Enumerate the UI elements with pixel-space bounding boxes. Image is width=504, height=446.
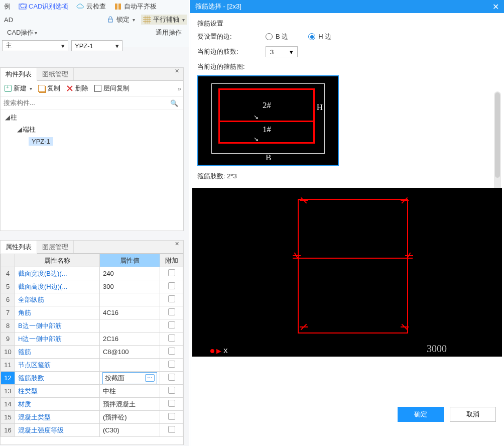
combo-member[interactable]: YPZ-1▾: [71, 40, 122, 51]
more-icon[interactable]: ⋯: [145, 374, 155, 382]
table-row[interactable]: 12箍筋肢数按截面⋯: [1, 372, 183, 385]
checkbox[interactable]: [168, 334, 175, 342]
prop-extra[interactable]: [160, 306, 183, 319]
table-row[interactable]: 13柱类型中柱: [1, 385, 183, 398]
prop-extra[interactable]: [160, 398, 183, 411]
prop-extra[interactable]: [160, 385, 183, 398]
checkbox[interactable]: [168, 269, 175, 276]
checkbox[interactable]: [168, 400, 175, 407]
radio-h-label: H 边: [318, 32, 331, 41]
btn-new[interactable]: 新建: [3, 83, 34, 94]
checkbox[interactable]: [168, 295, 175, 302]
prop-value[interactable]: C8@100: [99, 346, 160, 359]
search-icon[interactable]: 🔍: [170, 99, 178, 107]
search-input[interactable]: [3, 98, 181, 107]
prop-value[interactable]: 4C16: [99, 306, 160, 319]
prop-value[interactable]: 按截面⋯: [99, 372, 160, 385]
tree-root-column[interactable]: ◢柱: [5, 112, 179, 124]
row-number: 14: [1, 398, 15, 411]
close-icon[interactable]: ✕: [492, 2, 499, 12]
collapse-icon: ◢: [17, 126, 23, 133]
prop-extra[interactable]: [160, 280, 183, 293]
tab-props[interactable]: 属性列表: [1, 241, 37, 254]
table-row[interactable]: 11节点区箍筋: [1, 359, 183, 372]
checkbox[interactable]: [168, 348, 175, 355]
prop-extra[interactable]: [160, 411, 183, 424]
prop-value[interactable]: [99, 319, 160, 332]
checkbox[interactable]: [168, 387, 175, 394]
prop-name: 全部纵筋: [15, 293, 100, 306]
table-row[interactable]: 16混凝土强度等级(C30): [1, 424, 183, 437]
prop-value[interactable]: 2C16: [99, 332, 160, 346]
checkbox[interactable]: [168, 321, 175, 328]
toolbar-overflow-icon[interactable]: »: [178, 85, 181, 92]
table-row[interactable]: 7角筋4C16: [1, 306, 183, 319]
tab-drawing-mgmt[interactable]: 图纸管理: [37, 68, 74, 80]
ribbon-example[interactable]: 例: [2, 2, 13, 12]
panel-close-icon[interactable]: ✕: [175, 68, 179, 74]
table-row[interactable]: 5截面高度(H边)(...300: [1, 280, 183, 293]
prop-value[interactable]: 240: [99, 267, 160, 280]
ribbon-ad[interactable]: AD: [2, 16, 14, 24]
tree-leaf-ypz1[interactable]: YPZ-1: [29, 136, 179, 147]
table-row[interactable]: 10箍筋C8@100: [1, 346, 183, 359]
scroll-thumb[interactable]: [495, 92, 500, 178]
ribbon-lock[interactable]: 锁定: [104, 15, 137, 25]
btn-copy[interactable]: 复制: [36, 83, 62, 94]
cancel-button[interactable]: 取消: [450, 407, 496, 422]
btn-interlayer-copy[interactable]: 层间复制: [92, 83, 132, 94]
table-row[interactable]: 6全部纵筋: [1, 293, 183, 306]
axis-x-label: X: [223, 347, 228, 355]
prop-extra[interactable]: [160, 293, 183, 306]
table-row[interactable]: 9H边一侧中部筋2C16: [1, 332, 183, 346]
prop-value[interactable]: [99, 293, 160, 306]
panel-close-icon[interactable]: ✕: [175, 241, 179, 247]
col-extra[interactable]: 附加: [160, 254, 183, 267]
prop-extra[interactable]: [160, 332, 183, 346]
prop-extra[interactable]: [160, 372, 183, 385]
col-value[interactable]: 属性值: [99, 254, 160, 267]
prop-value[interactable]: 300: [99, 280, 160, 293]
ribbon-cad-options[interactable]: CAD CAD识别选项: [17, 2, 70, 12]
radio-h-side[interactable]: H 边: [308, 32, 331, 41]
prop-extra[interactable]: [160, 319, 183, 332]
prop-extra[interactable]: [160, 424, 183, 437]
table-row[interactable]: 15混凝土类型(预拌砼): [1, 411, 183, 424]
prop-value[interactable]: (预拌砼): [99, 411, 160, 424]
prop-extra[interactable]: [160, 359, 183, 372]
checkbox[interactable]: [168, 413, 175, 420]
prop-extra[interactable]: [160, 346, 183, 359]
prop-value[interactable]: 预拌混凝土: [99, 398, 160, 411]
ok-button[interactable]: 确定: [398, 407, 444, 422]
checkbox[interactable]: [168, 308, 175, 315]
svg-rect-3: [118, 4, 121, 10]
table-row[interactable]: 8B边一侧中部筋: [1, 319, 183, 332]
row-number: 13: [1, 385, 15, 398]
ribbon-cad-ops[interactable]: CAD操作: [7, 28, 37, 37]
checkbox[interactable]: [168, 282, 175, 289]
combo-member-value: YPZ-1: [75, 42, 93, 50]
prop-value[interactable]: (C30): [99, 424, 160, 437]
table-row[interactable]: 4截面宽度(B边)(...240: [1, 267, 183, 280]
select-limbs[interactable]: 3▾: [266, 46, 298, 57]
combo-category[interactable]: 主▾: [2, 40, 68, 51]
checkbox[interactable]: [168, 361, 175, 368]
prop-value[interactable]: [99, 359, 160, 372]
radio-b-side[interactable]: B 边: [266, 32, 288, 41]
prop-name: 混凝土类型: [15, 411, 100, 424]
checkbox[interactable]: [168, 374, 175, 381]
stirrup-preview[interactable]: 2# 1# H B ↘ ↘: [197, 75, 339, 166]
btn-delete[interactable]: 删除: [64, 83, 90, 94]
prop-extra[interactable]: [160, 267, 183, 280]
prop-value[interactable]: 中柱: [99, 385, 160, 398]
tab-layer[interactable]: 图层管理: [37, 241, 74, 253]
ribbon-parallel-axis[interactable]: 平行辅轴: [141, 15, 187, 25]
tree-sub-endcolumn[interactable]: ◢端柱: [17, 124, 179, 136]
dialog-titlebar[interactable]: 箍筋选择 - [2x3] ✕: [190, 0, 504, 13]
tab-component-list[interactable]: 构件列表: [1, 68, 37, 81]
ribbon-cloud-check[interactable]: 云检查: [74, 2, 108, 12]
col-name[interactable]: 属性名称: [15, 254, 100, 267]
ribbon-auto-flat[interactable]: 自动平齐板: [112, 2, 159, 12]
checkbox[interactable]: [168, 426, 175, 433]
table-row[interactable]: 14材质预拌混凝土: [1, 398, 183, 411]
